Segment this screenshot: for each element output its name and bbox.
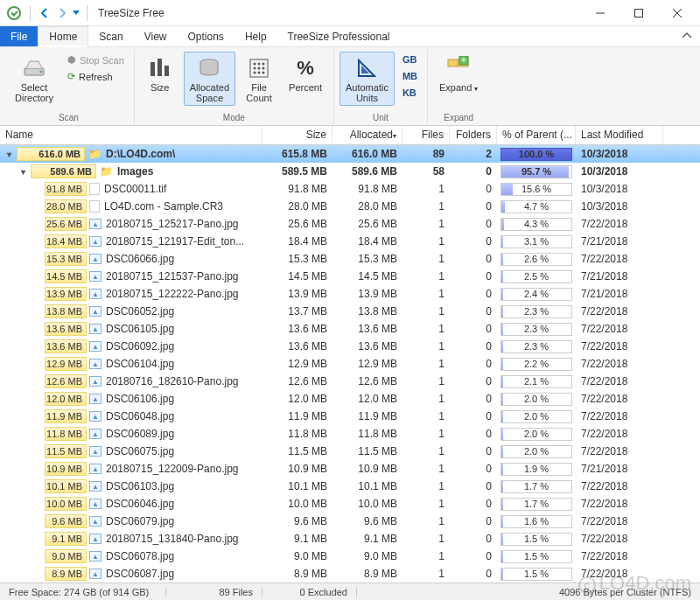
table-row[interactable]: 15.3 MB▲DSC06066.jpg15.3 MB15.3 MB102.6 …: [0, 250, 700, 268]
row-modified: 7/21/2018: [576, 463, 663, 475]
menu-professional[interactable]: TreeSize Professional: [277, 26, 401, 46]
row-folders: 0: [450, 480, 497, 492]
table-row[interactable]: 8.9 MB▲DSC06087.jpg8.9 MB8.9 MB101.5 %7/…: [0, 565, 700, 583]
col-files[interactable]: Files: [402, 126, 450, 144]
col-modified[interactable]: Last Modified: [576, 126, 663, 144]
row-modified: 7/21/2018: [576, 288, 663, 300]
row-name: D:\LO4D.com\: [106, 148, 175, 160]
stop-icon: ⬢: [67, 54, 76, 66]
image-icon: ▲: [89, 376, 102, 387]
table-row[interactable]: 12.6 MB▲20180716_182610-Pano.jpg12.6 MB1…: [0, 373, 700, 390]
table-row[interactable]: 18.4 MB▲20180715_121917-Edit_ton...18.4 …: [0, 233, 700, 250]
ribbon-collapse-button[interactable]: [674, 26, 700, 46]
unit-auto-button[interactable]: Automatic Units: [340, 52, 395, 106]
mode-size-button[interactable]: Size: [140, 52, 180, 95]
table-row[interactable]: 91.8 MBDSC00011.tif91.8 MB91.8 MB1015.6 …: [0, 180, 700, 198]
maximize-button[interactable]: [620, 1, 658, 25]
col-folders[interactable]: Folders: [450, 126, 497, 144]
row-allocated: 8.9 MB: [332, 568, 402, 580]
table-row[interactable]: ▾589.6 MB📁Images589.5 MB589.6 MB58095.7 …: [0, 163, 700, 180]
sort-desc-icon: ▾: [393, 132, 396, 140]
nav-dropdown-button[interactable]: [71, 4, 81, 22]
select-directory-button[interactable]: Select Directory: [9, 52, 60, 106]
size-bar: 18.4 MB: [45, 234, 87, 248]
refresh-button[interactable]: ⟳ Refresh: [63, 68, 129, 85]
table-row[interactable]: 13.8 MB▲DSC06052.jpg13.7 MB13.8 MB102.3 …: [0, 303, 700, 320]
menu-file[interactable]: File: [0, 26, 38, 46]
table-row[interactable]: 25.6 MB▲20180715_125217-Pano.jpg25.6 MB2…: [0, 215, 700, 233]
row-size: 615.8 MB: [262, 148, 332, 160]
percent-icon: %: [291, 54, 319, 82]
mode-allocated-button[interactable]: Allocated Space: [184, 52, 235, 106]
expand-toggle[interactable]: ▾: [4, 150, 14, 159]
close-button[interactable]: [658, 1, 696, 25]
table-row[interactable]: 13.6 MB▲DSC06105.jpg13.6 MB13.6 MB102.3 …: [0, 320, 700, 338]
svg-rect-0: [635, 9, 643, 17]
expand-button[interactable]: + Expand ▾: [433, 52, 484, 96]
col-size[interactable]: Size: [262, 126, 332, 144]
row-size: 28.0 MB: [262, 200, 332, 213]
titlebar: TreeSize Free: [0, 0, 700, 26]
status-free-space: Free Space: 274 GB (of 914 GB): [0, 587, 166, 597]
row-name: DSC06079.jpg: [106, 515, 174, 527]
unit-gb-button[interactable]: GB: [398, 52, 422, 67]
table-row[interactable]: 10.0 MB▲DSC06046.jpg10.0 MB10.0 MB101.7 …: [0, 495, 700, 513]
table-row[interactable]: 9.1 MB▲20180715_131840-Pano.jpg9.1 MB9.1…: [0, 530, 700, 548]
table-row[interactable]: 9.6 MB▲DSC06079.jpg9.6 MB9.6 MB101.6 %7/…: [0, 513, 700, 530]
table-row[interactable]: 28.0 MBLO4D.com - Sample.CR328.0 MB28.0 …: [0, 198, 700, 215]
menu-home[interactable]: Home: [38, 26, 88, 47]
row-name: DSC06104.jpg: [106, 358, 174, 370]
mode-filecount-button[interactable]: File Count: [239, 52, 279, 106]
table-row[interactable]: 13.9 MB▲20180715_122222-Pano.jpg13.9 MB1…: [0, 285, 700, 303]
row-modified: 7/22/2018: [576, 515, 663, 527]
row-allocated: 9.1 MB: [332, 533, 402, 545]
table-row[interactable]: 10.1 MB▲DSC06103.jpg10.1 MB10.1 MB101.7 …: [0, 478, 700, 495]
menu-view[interactable]: View: [134, 26, 178, 46]
percent-bar: 15.6 %: [500, 183, 572, 196]
size-bar: 589.6 MB: [31, 164, 96, 178]
drive-icon: [20, 54, 48, 82]
triangle-icon: [353, 54, 381, 82]
col-allocated[interactable]: Allocated▾: [332, 126, 402, 144]
unit-mb-button[interactable]: MB: [398, 68, 422, 84]
col-name[interactable]: Name: [0, 126, 262, 144]
row-files: 1: [402, 515, 450, 527]
mode-percent-button[interactable]: % Percent: [283, 52, 328, 95]
table-row[interactable]: 13.6 MB▲DSC06092.jpg13.6 MB13.6 MB102.3 …: [0, 338, 700, 355]
table-row[interactable]: 11.5 MB▲DSC06075.jpg11.5 MB11.5 MB102.0 …: [0, 443, 700, 460]
menu-options[interactable]: Options: [178, 26, 234, 46]
row-size: 18.4 MB: [262, 235, 332, 248]
nav-forward-button[interactable]: [53, 4, 71, 22]
table-row[interactable]: 14.5 MB▲20180715_121537-Pano.jpg14.5 MB1…: [0, 268, 700, 285]
table-row[interactable]: 10.9 MB▲20180715_122009-Pano.jpg10.9 MB1…: [0, 460, 700, 478]
file-icon: [89, 183, 100, 195]
nav-back-button[interactable]: [36, 4, 53, 22]
percent-bar: 4.7 %: [500, 200, 572, 213]
minimize-button[interactable]: [581, 1, 620, 25]
row-size: 9.0 MB: [262, 550, 332, 562]
tree-view[interactable]: ▾616.0 MB📁D:\LO4D.com\615.8 MB616.0 MB89…: [0, 145, 700, 583]
menu-help[interactable]: Help: [234, 26, 277, 46]
size-bar: 9.6 MB: [45, 514, 87, 528]
image-icon: ▲: [89, 306, 102, 317]
separator: [87, 5, 88, 21]
stop-scan-button[interactable]: ⬢ Stop Scan: [63, 52, 129, 68]
chevron-down-icon: ▾: [474, 85, 478, 93]
unit-kb-button[interactable]: KB: [398, 85, 422, 101]
row-size: 589.5 MB: [262, 165, 332, 178]
col-percent[interactable]: % of Parent (...: [497, 126, 576, 144]
table-row[interactable]: 11.9 MB▲DSC06048.jpg11.9 MB11.9 MB102.0 …: [0, 408, 700, 425]
row-size: 10.0 MB: [262, 498, 332, 510]
table-row[interactable]: 12.0 MB▲DSC06106.jpg12.0 MB12.0 MB102.0 …: [0, 390, 700, 408]
expand-toggle[interactable]: ▾: [18, 167, 28, 177]
row-size: 91.8 MB: [262, 183, 332, 195]
row-allocated: 13.9 MB: [332, 288, 402, 300]
table-row[interactable]: ▾616.0 MB📁D:\LO4D.com\615.8 MB616.0 MB89…: [0, 145, 700, 163]
menu-scan[interactable]: Scan: [88, 26, 133, 46]
table-row[interactable]: 12.9 MB▲DSC06104.jpg12.9 MB12.9 MB102.2 …: [0, 355, 700, 373]
table-row[interactable]: 9.0 MB▲DSC06078.jpg9.0 MB9.0 MB101.5 %7/…: [0, 548, 700, 565]
table-row[interactable]: 11.8 MB▲DSC06089.jpg11.8 MB11.8 MB102.0 …: [0, 425, 700, 443]
size-bar: 12.9 MB: [45, 357, 87, 371]
row-files: 1: [402, 200, 450, 213]
disk-icon: [195, 54, 223, 82]
